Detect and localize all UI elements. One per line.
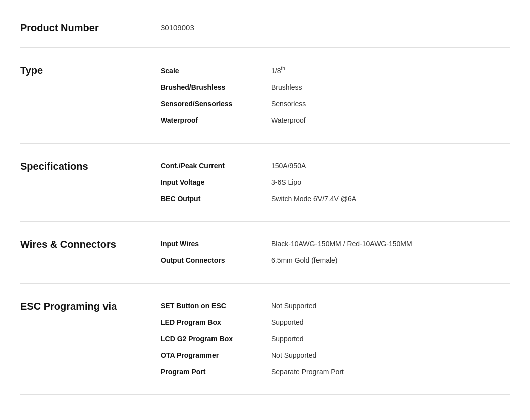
spec-label: Input Wires [161,239,271,249]
section-type: TypeScale1/8thBrushed/BrushlessBrushless… [20,48,510,144]
section-title-type: Type [20,62,161,129]
spec-value: 6.5mm Gold (female) [271,255,337,266]
section-esc-programing: ESC Programing viaSET Button on ESCNot S… [20,284,510,395]
spec-row: LCD G2 Program BoxSupported [161,331,510,347]
spec-value: Switch Mode 6V/7.4V @6A [271,194,356,204]
spec-value: 1/8th [271,65,285,76]
section-title-wires-connectors: Wires & Connectors [20,236,161,269]
spec-row: Brushed/BrushlessBrushless [161,79,510,96]
spec-row: BEC OutputSwitch Mode 6V/7.4V @6A [161,191,510,207]
section-content-esc-programing: SET Button on ESCNot SupportedLED Progra… [161,298,510,380]
spec-value: 150A/950A [271,161,306,171]
spec-value: Separate Program Port [271,367,344,377]
page-container: Product Number 30109003 TypeScale1/8thBr… [0,0,530,405]
sections-container: TypeScale1/8thBrushed/BrushlessBrushless… [20,48,510,395]
spec-value: 3-6S Lipo [271,177,301,188]
spec-row: WaterproofWaterproof [161,112,510,129]
spec-label: SET Button on ESC [161,301,271,311]
spec-row: Program PortSeparate Program Port [161,364,510,380]
superscript: th [281,66,285,71]
spec-row: Output Connectors6.5mm Gold (female) [161,252,510,269]
spec-label: Waterproof [161,115,271,126]
spec-value: Not Supported [271,350,316,361]
spec-row: Input WiresBlack-10AWG-150MM / Red-10AWG… [161,236,510,252]
spec-label: LCD G2 Program Box [161,334,271,344]
spec-label: BEC Output [161,194,271,204]
product-number-value: 30109003 [161,22,194,34]
product-number-section: Product Number 30109003 [20,10,510,48]
section-content-type: Scale1/8thBrushed/BrushlessBrushlessSens… [161,62,510,129]
spec-value: Sensorless [271,99,306,109]
spec-label: Program Port [161,367,271,377]
spec-row: OTA ProgrammerNot Supported [161,347,510,364]
spec-row: Cont./Peak Current150A/950A [161,158,510,174]
spec-row: Scale1/8th [161,62,510,79]
spec-label: Output Connectors [161,255,271,266]
spec-row: Input Voltage3-6S Lipo [161,174,510,191]
spec-label: Scale [161,66,271,76]
spec-value: Brushless [271,82,302,93]
spec-row: LED Program BoxSupported [161,314,510,331]
spec-value: Not Supported [271,301,316,311]
spec-label: Input Voltage [161,177,271,188]
spec-value: Supported [271,317,304,328]
section-title-specifications: Specifications [20,158,161,207]
spec-label: Sensored/Sensorless [161,99,271,109]
spec-value: Waterproof [271,115,306,126]
spec-label: OTA Programmer [161,350,271,361]
section-title-esc-programing: ESC Programing via [20,298,161,380]
spec-row: Sensored/SensorlessSensorless [161,96,510,112]
section-wires-connectors: Wires & ConnectorsInput WiresBlack-10AWG… [20,222,510,284]
spec-value: Black-10AWG-150MM / Red-10AWG-150MM [271,239,412,249]
spec-label: LED Program Box [161,317,271,328]
section-content-wires-connectors: Input WiresBlack-10AWG-150MM / Red-10AWG… [161,236,510,269]
spec-label: Cont./Peak Current [161,161,271,171]
product-number-label: Product Number [20,20,161,35]
section-content-specifications: Cont./Peak Current150A/950AInput Voltage… [161,158,510,207]
spec-value: Supported [271,334,304,344]
section-specifications: SpecificationsCont./Peak Current150A/950… [20,144,510,222]
spec-row: SET Button on ESCNot Supported [161,298,510,314]
spec-label: Brushed/Brushless [161,82,271,93]
